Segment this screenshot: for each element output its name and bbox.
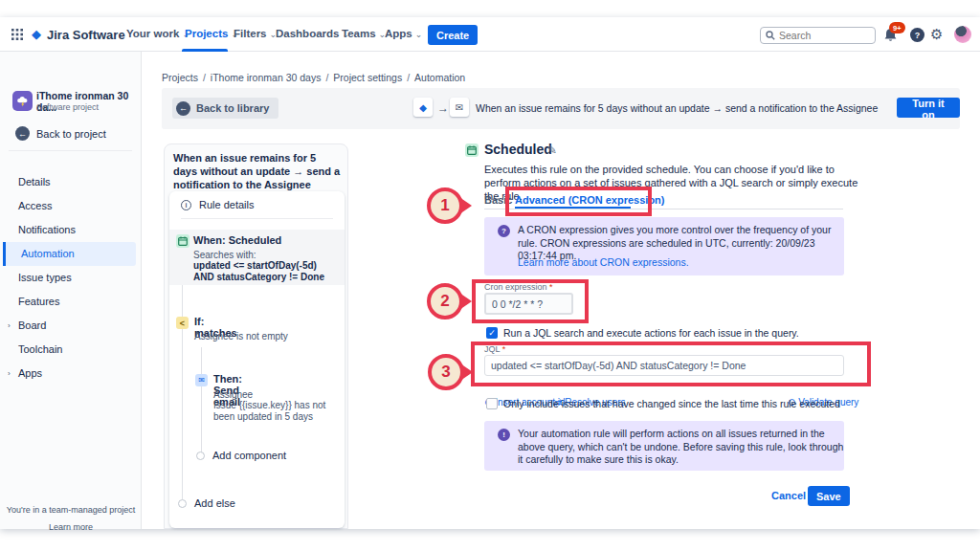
calendar-icon <box>465 143 479 157</box>
question-icon: ? <box>498 225 510 237</box>
annotation-marker-2: 2 <box>427 283 463 320</box>
rule-chain-panel: When an issue remains for 5 days without… <box>164 143 348 529</box>
turn-it-on-button[interactable]: Turn it on <box>897 98 960 118</box>
chevron-right-icon: › <box>8 362 11 386</box>
annotation-marker-1: 1 <box>427 187 463 224</box>
scheduled-diamond-icon: ◆ <box>419 102 427 113</box>
back-to-project[interactable]: ← Back to project <box>15 126 106 141</box>
sidebar-item-automation[interactable]: Automation <box>3 242 136 266</box>
arrow-right-icon: → <box>437 101 449 115</box>
chevron-right-icon: › <box>8 314 11 338</box>
only-changed-label: Only include issues that have changed si… <box>503 398 840 409</box>
jira-logo-icon: ◆ <box>32 27 41 41</box>
nav-dashboards[interactable]: Dashboards⌄ <box>276 28 349 39</box>
run-jql-label: Run a JQL search and execute actions for… <box>503 327 799 339</box>
breadcrumb-project[interactable]: iThome ironman 30 days <box>211 72 322 83</box>
breadcrumb-automation[interactable]: Automation <box>414 72 465 83</box>
chevron-down-icon: ⌄ <box>415 30 423 39</box>
cancel-button[interactable]: Cancel <box>771 490 806 501</box>
breadcrumb-project-settings[interactable]: Project settings <box>333 72 402 83</box>
rule-details-item[interactable]: i Rule details <box>181 199 254 210</box>
learn-more-link[interactable]: Learn more <box>0 522 142 532</box>
sidebar-item-issue-types[interactable]: Issue types <box>0 266 139 290</box>
back-to-library-button[interactable]: ← Back to library <box>172 98 278 119</box>
team-managed-note: You're in a team-managed project <box>0 505 142 515</box>
warning-box: ! Your automation rule will perform acti… <box>484 421 844 471</box>
add-else-button[interactable]: Add else <box>178 497 235 509</box>
app-switcher-icon[interactable] <box>11 29 23 40</box>
sidebar-item-details[interactable]: Details <box>0 170 139 194</box>
editor-title: Scheduled <box>484 142 552 157</box>
sidebar-divider <box>9 150 132 151</box>
annotation-rect-jql-field <box>471 342 871 386</box>
annotation-marker-3: 3 <box>428 354 464 390</box>
top-navigation: ◆ Jira Software Your work⌄ Projects⌄ Fil… <box>0 17 980 52</box>
create-button[interactable]: Create <box>428 25 478 45</box>
rule-header-bar: ← Back to library ◆ → ✉ When an issue re… <box>162 88 960 129</box>
arrow-left-icon: ← <box>176 101 190 116</box>
breadcrumb-projects[interactable]: Projects <box>162 72 198 83</box>
nav-projects[interactable]: Projects⌄ <box>185 28 238 39</box>
card-divider <box>181 218 333 219</box>
save-button[interactable]: Save <box>808 486 850 506</box>
help-icon[interactable]: ? <box>910 28 924 42</box>
global-search[interactable] <box>760 27 876 44</box>
only-changed-checkbox[interactable] <box>486 398 498 409</box>
project-type: Software project <box>36 102 99 112</box>
run-jql-checkbox[interactable]: ✓ <box>486 327 498 339</box>
cron-info-box: ? A CRON expression gives you more contr… <box>484 217 844 276</box>
nav-apps[interactable]: Apps⌄ <box>385 28 422 39</box>
search-input[interactable] <box>779 30 865 41</box>
warning-text: Your automation rule will perform action… <box>518 428 847 467</box>
brand-title: Jira Software <box>47 28 125 42</box>
cron-learn-more-link[interactable]: Learn more about CRON expressions. <box>518 256 689 268</box>
user-avatar[interactable] <box>954 26 971 43</box>
nav-teams[interactable]: Teams⌄ <box>342 28 386 39</box>
sidebar-item-features[interactable]: Features <box>0 290 139 314</box>
breadcrumb: Projects/iThome ironman 30 days/Project … <box>162 68 465 85</box>
action-tile: ✉ <box>450 98 469 117</box>
condition-branch-icon: < <box>176 317 189 329</box>
sidebar-item-apps[interactable]: ›Apps <box>0 362 139 386</box>
storm-cloud-icon <box>16 95 29 107</box>
nav-active-underline <box>182 49 228 52</box>
rule-title: When an issue remains for 5 days without… <box>173 151 342 191</box>
info-icon: i <box>181 200 191 210</box>
email-icon: ✉ <box>195 374 208 386</box>
gear-icon[interactable]: ⚙ <box>930 26 943 43</box>
annotation-rect-cron-field <box>472 279 589 323</box>
app-window: ◆ Jira Software Your work⌄ Projects⌄ Fil… <box>0 17 980 529</box>
when-scheduled-item[interactable]: When: Scheduled Searches with: updated <… <box>169 230 345 285</box>
sidebar-item-access[interactable]: Access <box>0 194 139 218</box>
rule-summary: When an issue remains for 5 days without… <box>476 102 878 114</box>
nav-filters[interactable]: Filters⌄ <box>234 28 277 39</box>
add-component-button[interactable]: Add component <box>196 450 286 461</box>
annotation-rect-advanced-tab <box>505 187 652 216</box>
add-node-circle-icon <box>178 499 187 508</box>
trigger-tile: ◆ <box>413 98 433 117</box>
add-node-circle-icon <box>196 452 205 460</box>
edit-pencil-icon[interactable]: ✎ <box>547 143 557 157</box>
arrow-left-icon: ← <box>15 126 30 141</box>
project-avatar <box>12 91 33 111</box>
sidebar-item-notifications[interactable]: Notifications <box>0 218 139 242</box>
screen: ◆ Jira Software Your work⌄ Projects⌄ Fil… <box>0 0 980 551</box>
sidebar-item-toolchain[interactable]: Toolchain <box>0 338 139 362</box>
branch-connector <box>201 347 202 455</box>
envelope-icon: ✉ <box>456 102 463 113</box>
project-settings-sidebar: iThome ironman 30 da... Software project… <box>0 52 142 529</box>
search-icon <box>766 31 775 40</box>
notification-count-badge: 9+ <box>889 22 905 33</box>
calendar-icon <box>176 234 189 248</box>
rule-components-card: i Rule details When: Scheduled Searches … <box>169 191 345 528</box>
nav-your-work[interactable]: Your work⌄ <box>126 28 189 39</box>
sidebar-item-board[interactable]: ›Board <box>0 314 139 338</box>
exclamation-icon: ! <box>498 429 510 441</box>
